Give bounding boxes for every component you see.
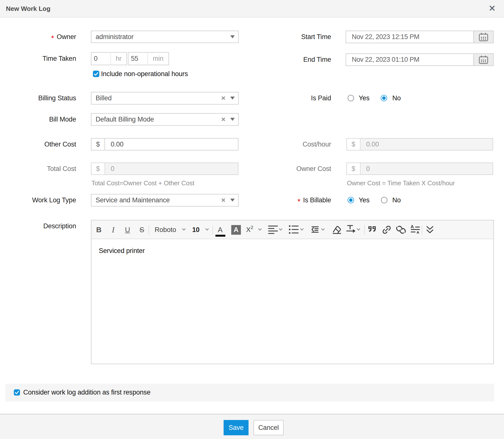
svg-text:A: A bbox=[411, 224, 414, 229]
